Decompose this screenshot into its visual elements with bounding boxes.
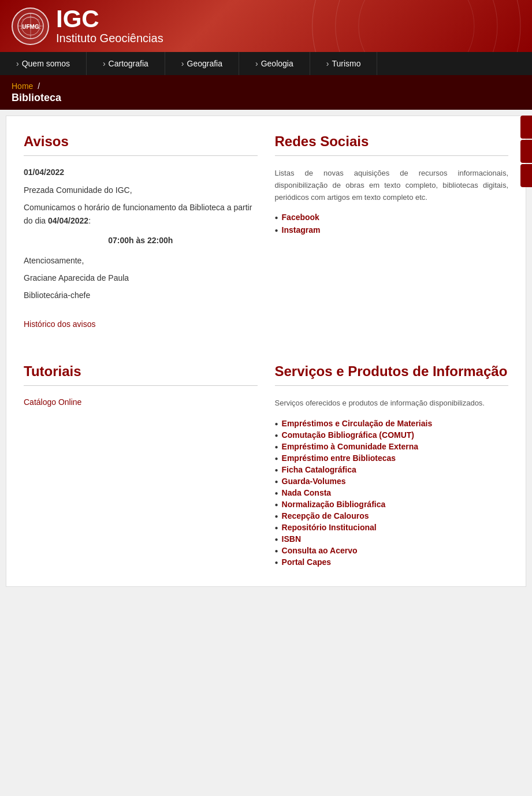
avisos-closing3: Bibliotecária-chefe bbox=[24, 289, 258, 302]
services-list: Empréstimos e Circulação de Materiais Co… bbox=[275, 419, 509, 567]
logo-circle: UFMG bbox=[12, 8, 49, 45]
right-tab-2 bbox=[520, 140, 532, 163]
igc-label: IGC bbox=[56, 7, 163, 31]
catalogo-online-link[interactable]: Catálogo Online bbox=[24, 397, 81, 407]
service-item-3: Empréstimo entre Bibliotecas bbox=[275, 453, 509, 463]
tutoriais-divider bbox=[24, 385, 258, 386]
instituto-label: Instituto Geociências bbox=[56, 31, 163, 45]
redes-sociais-section: Redes Sociais Listas de novas aquisições… bbox=[275, 133, 509, 329]
redes-description: Listas de novas aquisições de recursos i… bbox=[275, 168, 509, 203]
nav-geologia[interactable]: Geologia bbox=[239, 52, 310, 75]
avisos-body1: Comunicamos o horário de funcionamento d… bbox=[24, 201, 258, 227]
right-tab-3 bbox=[520, 164, 532, 187]
service-link-12[interactable]: Portal Capes bbox=[282, 557, 332, 567]
service-item-7: Normalização Bibliográfica bbox=[275, 500, 509, 509]
service-link-0[interactable]: Empréstimos e Circulação de Materiais bbox=[282, 419, 433, 428]
historico-link[interactable]: Histórico dos avisos bbox=[24, 319, 258, 329]
service-link-3[interactable]: Empréstimo entre Bibliotecas bbox=[282, 453, 396, 463]
service-item-12: Portal Capes bbox=[275, 557, 509, 567]
logo-area: UFMG IGC Instituto Geociências bbox=[12, 7, 163, 45]
service-link-7[interactable]: Normalização Bibliográfica bbox=[282, 500, 386, 509]
site-header: UFMG IGC Instituto Geociências bbox=[0, 0, 532, 52]
avisos-divider bbox=[24, 155, 258, 156]
facebook-link[interactable]: Facebook bbox=[282, 213, 319, 222]
servicos-description: Serviços oferecidos e produtos de inform… bbox=[275, 397, 509, 410]
section-spacer bbox=[24, 329, 508, 363]
service-link-8[interactable]: Recepção de Calouros bbox=[282, 511, 369, 520]
avisos-date: 01/04/2022 bbox=[24, 168, 258, 177]
avisos-closing1: Atenciosamente, bbox=[24, 254, 258, 267]
service-item-11: Consulta ao Acervo bbox=[275, 546, 509, 555]
top-row: Avisos 01/04/2022 Prezada Comunidade do … bbox=[24, 133, 508, 329]
redes-title: Redes Sociais bbox=[275, 133, 509, 150]
nav-quem-somos[interactable]: Quem somos bbox=[0, 52, 87, 75]
service-link-1[interactable]: Comutação Bibliográfica (COMUT) bbox=[282, 430, 414, 440]
social-facebook: Facebook bbox=[275, 213, 509, 222]
right-tabs bbox=[520, 116, 532, 187]
breadcrumb: Home / bbox=[12, 81, 520, 91]
bottom-row: Tutoriais Catálogo Online Serviços e Pro… bbox=[24, 363, 508, 569]
breadcrumb-bar: Home / Biblioteca bbox=[0, 75, 532, 110]
servicos-divider bbox=[275, 385, 509, 386]
tutoriais-title: Tutoriais bbox=[24, 363, 258, 380]
avisos-closing2: Graciane Aparecida de Paula bbox=[24, 271, 258, 284]
avisos-title: Avisos bbox=[24, 133, 258, 150]
service-item-8: Recepção de Calouros bbox=[275, 511, 509, 520]
nav-geografia[interactable]: Geografia bbox=[165, 52, 239, 75]
servicos-title: Serviços e Produtos de Informação bbox=[275, 363, 509, 380]
avisos-greeting: Prezada Comunidade do IGC, bbox=[24, 184, 258, 196]
service-item-2: Empréstimo à Comunidade Externa bbox=[275, 442, 509, 451]
redes-divider bbox=[275, 155, 509, 156]
service-item-9: Repositório Institucional bbox=[275, 523, 509, 532]
logo-text: IGC Instituto Geociências bbox=[56, 7, 163, 45]
tutoriais-section: Tutoriais Catálogo Online bbox=[24, 363, 258, 569]
service-link-2[interactable]: Empréstimo à Comunidade Externa bbox=[282, 442, 419, 451]
breadcrumb-home[interactable]: Home bbox=[12, 81, 33, 91]
svg-text:UFMG: UFMG bbox=[22, 24, 39, 30]
service-link-11[interactable]: Consulta ao Acervo bbox=[282, 546, 358, 555]
social-instagram: Instagram bbox=[275, 225, 509, 235]
service-item-6: Nada Consta bbox=[275, 488, 509, 497]
service-item-10: ISBN bbox=[275, 534, 509, 544]
service-link-10[interactable]: ISBN bbox=[282, 534, 301, 544]
service-item-0: Empréstimos e Circulação de Materiais bbox=[275, 419, 509, 428]
service-item-4: Ficha Catalográfica bbox=[275, 465, 509, 474]
nav-turismo[interactable]: Turismo bbox=[310, 52, 378, 75]
main-nav: Quem somos Cartografia Geografia Geologi… bbox=[0, 52, 532, 75]
avisos-section: Avisos 01/04/2022 Prezada Comunidade do … bbox=[24, 133, 258, 329]
main-content: Avisos 01/04/2022 Prezada Comunidade do … bbox=[6, 116, 526, 587]
avisos-body: Prezada Comunidade do IGC, Comunicamos o… bbox=[24, 184, 258, 302]
breadcrumb-current: Biblioteca bbox=[12, 92, 520, 104]
service-link-4[interactable]: Ficha Catalográfica bbox=[282, 465, 356, 474]
service-item-1: Comutação Bibliográfica (COMUT) bbox=[275, 430, 509, 440]
servicos-section: Serviços e Produtos de Informação Serviç… bbox=[275, 363, 509, 569]
service-link-9[interactable]: Repositório Institucional bbox=[282, 523, 377, 532]
avisos-time: 07:00h às 22:00h bbox=[24, 234, 258, 247]
right-tab-1 bbox=[520, 116, 532, 139]
service-link-6[interactable]: Nada Consta bbox=[282, 488, 332, 497]
social-list: Facebook Instagram bbox=[275, 213, 509, 235]
nav-cartografia[interactable]: Cartografia bbox=[87, 52, 165, 75]
instagram-link[interactable]: Instagram bbox=[282, 225, 321, 235]
service-link-5[interactable]: Guarda-Volumes bbox=[282, 477, 346, 486]
service-item-5: Guarda-Volumes bbox=[275, 477, 509, 486]
breadcrumb-separator: / bbox=[38, 81, 40, 91]
